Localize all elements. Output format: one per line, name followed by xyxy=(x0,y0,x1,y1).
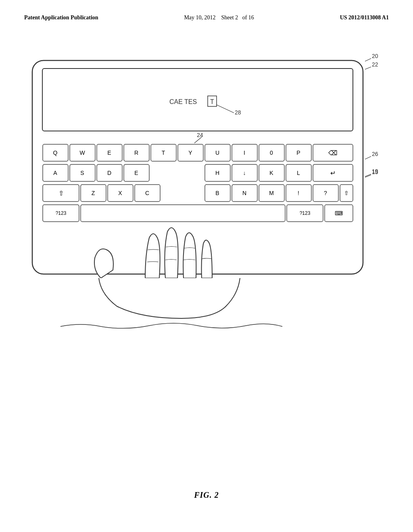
svg-text:⌨: ⌨ xyxy=(335,210,343,216)
svg-text:0: 0 xyxy=(270,150,273,156)
svg-text:W: W xyxy=(79,150,85,156)
svg-text:Y: Y xyxy=(188,150,192,156)
svg-text:⇧: ⇧ xyxy=(344,190,349,196)
header-of: of 16 xyxy=(242,15,254,21)
svg-text:C: C xyxy=(145,190,149,196)
svg-text:20: 20 xyxy=(372,53,378,59)
svg-text:L: L xyxy=(297,170,300,176)
header-publication-type: Patent Application Publication xyxy=(24,15,98,21)
svg-text:Q: Q xyxy=(53,150,58,156)
svg-text:28: 28 xyxy=(235,109,241,116)
svg-rect-1 xyxy=(42,69,353,131)
svg-text:T: T xyxy=(210,98,214,105)
svg-line-9 xyxy=(365,67,371,69)
svg-rect-81 xyxy=(81,205,285,222)
svg-text:M: M xyxy=(269,190,274,196)
svg-line-7 xyxy=(365,58,371,61)
svg-text:Z: Z xyxy=(92,190,95,196)
svg-text:↵: ↵ xyxy=(330,170,336,177)
svg-text:B: B xyxy=(215,190,219,196)
svg-text:U: U xyxy=(215,150,219,156)
svg-text:T: T xyxy=(162,150,165,156)
svg-text:H: H xyxy=(215,170,219,176)
svg-text:!: ! xyxy=(298,190,299,196)
svg-text:S: S xyxy=(80,170,84,176)
figure-caption-text: FIG. 2 xyxy=(194,490,219,499)
header-sheet: Sheet 2 xyxy=(221,15,238,21)
svg-text:19: 19 xyxy=(372,168,378,175)
svg-text:A: A xyxy=(53,170,57,176)
svg-text:X: X xyxy=(118,190,122,196)
svg-text:⌫: ⌫ xyxy=(328,150,338,156)
svg-text:P: P xyxy=(296,150,300,156)
svg-text:E: E xyxy=(107,150,111,156)
svg-text:?: ? xyxy=(324,190,327,196)
diagram-svg: CAE TES T 28 20 22 15 24 26 19 Q W E R T… xyxy=(20,52,393,439)
page-header: Patent Application Publication May 10, 2… xyxy=(0,0,413,21)
svg-text:K: K xyxy=(269,170,273,176)
figure-caption: FIG. 2 xyxy=(0,490,413,500)
svg-text:D: D xyxy=(107,170,111,176)
svg-text:CAE TES: CAE TES xyxy=(169,98,197,105)
header-date-sheet: May 10, 2012 Sheet 2 of 16 xyxy=(184,15,254,21)
svg-text:I: I xyxy=(244,150,245,156)
svg-text:26: 26 xyxy=(372,151,378,157)
svg-line-15 xyxy=(365,156,371,159)
svg-text:N: N xyxy=(242,190,246,196)
svg-text:?123: ?123 xyxy=(300,210,311,216)
header-date: May 10, 2012 xyxy=(184,15,215,21)
svg-text:⇧: ⇧ xyxy=(58,190,64,197)
svg-text:R: R xyxy=(134,150,138,156)
svg-text:E: E xyxy=(134,170,138,176)
header-patent-number: US 2012/0113008 A1 xyxy=(340,15,389,21)
svg-text:↓: ↓ xyxy=(243,170,246,176)
svg-text:?123: ?123 xyxy=(56,210,67,216)
svg-text:24: 24 xyxy=(197,132,203,138)
svg-text:22: 22 xyxy=(372,61,378,68)
